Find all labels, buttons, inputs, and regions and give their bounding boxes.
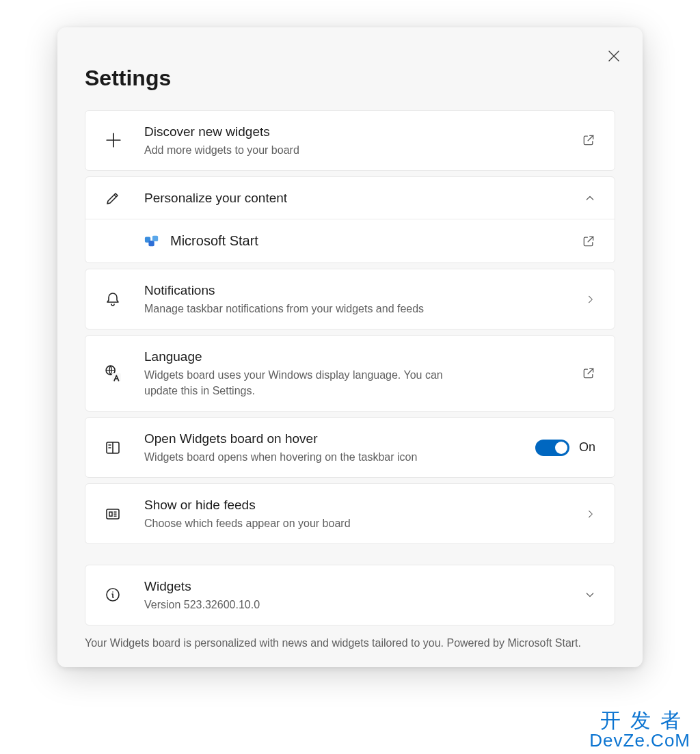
row-personalize[interactable]: Personalize your content	[85, 177, 615, 219]
card-discover: Discover new widgets Add more widgets to…	[85, 110, 615, 171]
card-hover: Open Widgets board on hover Widgets boar…	[85, 417, 615, 478]
card-feeds: Show or hide feeds Choose which feeds ap…	[85, 483, 615, 544]
microsoft-start-icon	[144, 234, 159, 249]
row-feeds[interactable]: Show or hide feeds Choose which feeds ap…	[85, 484, 615, 543]
open-external-icon	[582, 366, 595, 380]
row-subtitle: Add more widgets to your board	[144, 142, 445, 158]
row-title: Widgets	[144, 578, 584, 595]
row-language[interactable]: Language Widgets board uses your Windows…	[85, 336, 615, 411]
chevron-down-icon	[584, 589, 595, 600]
row-title: Notifications	[144, 282, 586, 299]
svg-rect-4	[112, 373, 121, 381]
close-icon	[608, 51, 619, 62]
watermark: 开发者 DevZe.CoM	[589, 710, 690, 750]
board-icon	[105, 440, 144, 456]
plus-icon	[105, 131, 144, 149]
card-about: Widgets Version 523.32600.10.0	[85, 565, 615, 625]
open-external-icon	[582, 234, 595, 248]
row-title: Language	[144, 348, 582, 366]
hover-toggle[interactable]	[535, 440, 569, 456]
card-notifications: Notifications Manage taskbar notificatio…	[85, 269, 615, 329]
svg-rect-1	[148, 241, 154, 246]
row-about[interactable]: Widgets Version 523.32600.10.0	[85, 565, 615, 625]
toggle-label: On	[579, 440, 595, 455]
row-title: Open Widgets board on hover	[144, 430, 535, 448]
row-subtitle: Widgets board uses your Windows display …	[144, 367, 445, 399]
chevron-right-icon	[586, 295, 595, 304]
bell-icon	[105, 291, 144, 308]
card-personalize: Personalize your content Microsoft Start	[85, 176, 615, 264]
feeds-icon	[105, 506, 144, 522]
row-subtitle: Version 523.32600.10.0	[144, 597, 584, 612]
footer-note: Your Widgets board is personalized with …	[85, 635, 615, 651]
info-icon	[105, 587, 144, 603]
row-hover: Open Widgets board on hover Widgets boar…	[85, 418, 615, 477]
svg-rect-2	[152, 236, 158, 241]
language-icon	[105, 364, 144, 382]
row-subtitle: Widgets board opens when hovering on the…	[144, 449, 535, 465]
pencil-icon	[105, 190, 144, 206]
card-language: Language Widgets board uses your Windows…	[85, 335, 615, 412]
row-title: Microsoft Start	[170, 232, 582, 250]
row-subtitle: Choose which feeds appear on your board	[144, 515, 586, 531]
row-discover[interactable]: Discover new widgets Add more widgets to…	[85, 111, 615, 170]
open-external-icon	[582, 133, 595, 147]
row-title: Discover new widgets	[144, 123, 582, 141]
chevron-right-icon	[586, 509, 595, 519]
chevron-up-icon	[584, 193, 595, 204]
page-title: Settings	[85, 66, 615, 91]
row-notifications[interactable]: Notifications Manage taskbar notificatio…	[85, 269, 615, 329]
settings-panel: Settings Discover new widgets Add more w…	[57, 27, 643, 667]
close-button[interactable]	[604, 46, 623, 66]
row-title: Personalize your content	[144, 189, 584, 207]
row-title: Show or hide feeds	[144, 496, 586, 514]
row-microsoft-start[interactable]: Microsoft Start	[85, 219, 615, 262]
row-subtitle: Manage taskbar notifications from your w…	[144, 301, 586, 317]
svg-rect-6	[107, 509, 119, 519]
